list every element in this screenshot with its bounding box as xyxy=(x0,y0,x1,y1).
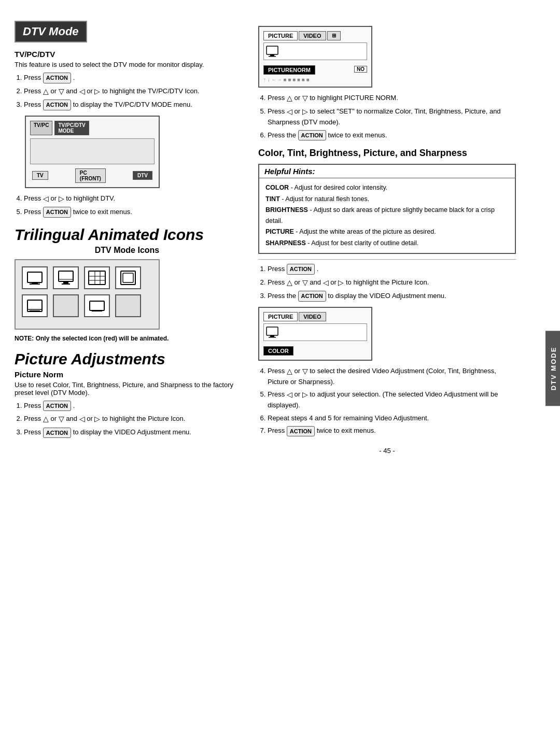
picture-norm-intro: Use to reset Color, Tint, Brightness, Pi… xyxy=(15,381,240,396)
picture-norm-item: PICTURENORM xyxy=(263,65,315,75)
tvpcdtv-tab: TV/PC/DTVMODE xyxy=(54,121,89,135)
color-text: - Adjust for desired color intensity. xyxy=(291,184,388,191)
left-pn2: ◁ xyxy=(79,414,85,424)
pn-step-2: Press △ or ▽ and ◁ or ▷ to highlight the… xyxy=(24,414,240,424)
color-tint-title: Color, Tint, Brightness, Picture, and Sh… xyxy=(258,148,516,159)
svg-rect-22 xyxy=(267,327,278,335)
svg-rect-5 xyxy=(62,284,70,285)
icon-tv xyxy=(22,266,48,289)
icon-square xyxy=(115,266,141,289)
icon-empty2 xyxy=(115,294,141,317)
down-pn4: ▽ xyxy=(302,93,308,104)
helpful-hints-box: Helpful Hints: COLOR - Adjust for desire… xyxy=(258,164,516,254)
right-pn5: ▷ xyxy=(302,106,308,117)
header-title: DTV Mode xyxy=(23,25,79,38)
down-arrow-icon: ▽ xyxy=(59,86,64,97)
left-column: DTV Mode TV/PC/DTV This feature is used … xyxy=(0,10,249,727)
dtv-item: DTV xyxy=(133,171,152,180)
vas-color-row: COLOR xyxy=(263,344,367,356)
pn-step-5: Press ◁ or ▷ to select "SET" to normaliz… xyxy=(268,106,516,127)
tint-label: TINT xyxy=(265,195,280,203)
tvpcdtv-steps: Press ACTION . Press △ or ▽ and ◁ or ▷ t… xyxy=(24,73,240,110)
tvpcdtv-steps-cont: Press ◁ or ▷ to highlight DTV. Press ACT… xyxy=(24,193,240,218)
hint-tint: TINT - Adjust for natural flesh tones. xyxy=(265,194,509,205)
right-pn2: ▷ xyxy=(94,414,100,424)
down-pn2: ▽ xyxy=(59,414,64,424)
tvpcdtv-screen: TV/PC TV/PC/DTVMODE TV PC(FRONT) DTV xyxy=(25,116,160,188)
ct-step-5: Press ◁ or ▷ to adjust your selection. (… xyxy=(268,389,516,410)
svg-rect-3 xyxy=(59,271,73,281)
sharpness-text: - Adjust for best clarity of outline det… xyxy=(307,239,418,247)
sharpness-label: SHARPNESS xyxy=(265,239,306,247)
ct-steps: Press ACTION . Press △ or ▽ and ◁ or ▷ t… xyxy=(268,264,516,302)
svg-rect-16 xyxy=(30,310,40,311)
step-2: Press △ or ▽ and ◁ or ▷ to highlight the… xyxy=(24,86,240,97)
svg-rect-21 xyxy=(269,56,276,57)
step-1: Press ACTION . xyxy=(24,73,240,83)
color-item: COLOR xyxy=(263,346,293,356)
svg-rect-7 xyxy=(89,271,105,285)
up-pn2: △ xyxy=(43,414,49,424)
right-column: PICTURE VIDEO ⊞ PICTURENORM NO ↑ ↓ ←→ ■ … xyxy=(249,10,542,727)
pns-extra-tab: ⊞ xyxy=(327,31,341,40)
svg-rect-4 xyxy=(63,281,68,284)
icon-empty xyxy=(53,294,79,317)
picture-label: PICTURE xyxy=(265,228,294,235)
trilingual-title: Trilingual Animated Icons xyxy=(15,226,240,244)
right-arrow-icon: ▷ xyxy=(94,86,100,97)
ct-step-2: Press △ or ▽ and ◁ or ▷ to highlight the… xyxy=(268,277,516,288)
hint-color: COLOR - Adjust for desired color intensi… xyxy=(265,182,509,193)
svg-rect-23 xyxy=(270,335,274,337)
action-btn-5: ACTION xyxy=(43,207,71,218)
ct-step-3: Press the ACTION to display the VIDEO Ad… xyxy=(268,291,516,302)
svg-rect-19 xyxy=(267,46,278,54)
dtv-icon-grid xyxy=(15,259,160,330)
action-btn-1: ACTION xyxy=(43,73,71,83)
pn-step-6: Press the ACTION twice to exit menus. xyxy=(268,130,516,141)
left-ct2: ◁ xyxy=(323,277,329,288)
action-btn-3: ACTION xyxy=(43,100,71,110)
screen-display xyxy=(30,138,155,164)
action-btn-pn1: ACTION xyxy=(43,401,71,412)
pn-step-4: Press △ or ▽ to highlight PICTURE NORM. xyxy=(268,93,516,104)
ct-steps-cont: Press △ or ▽ to select the desired Video… xyxy=(268,366,516,436)
icon-note: NOTE: Only the selected icon (red) will … xyxy=(15,335,240,342)
screen-bottom-row: TV PC(FRONT) DTV xyxy=(30,168,155,183)
icon-box xyxy=(22,294,48,317)
pns-tab-row: PICTURE VIDEO ⊞ xyxy=(263,31,367,40)
dtv-mode-icons-subtitle: DTV Mode Icons xyxy=(15,246,240,255)
ct-step-4: Press △ or ▽ to select the desired Video… xyxy=(268,366,516,387)
pn-steps-cont: Press △ or ▽ to highlight PICTURE NORM. … xyxy=(268,93,516,140)
svg-rect-13 xyxy=(123,273,133,282)
ct-step-1: Press ACTION . xyxy=(268,264,516,275)
picture-adj-title: Picture Adjustments xyxy=(15,350,240,368)
svg-rect-20 xyxy=(270,54,274,56)
video-adj-screen: PICTURE VIDEO COLOR xyxy=(258,307,372,361)
divider xyxy=(258,259,516,260)
tv-item: TV xyxy=(32,171,48,180)
no-badge: NO xyxy=(354,66,367,73)
pns-subtitle-text: ↑ ↓ ←→ ■ ■ ■ ■ ■ ■ xyxy=(263,77,367,82)
icon-monitor xyxy=(53,266,79,289)
picture-norm-title: Picture Norm xyxy=(15,370,240,379)
action-btn-ct7: ACTION xyxy=(287,426,315,437)
right-ct5: ▷ xyxy=(302,389,308,400)
pns-video-tab: VIDEO xyxy=(299,31,326,40)
svg-rect-18 xyxy=(92,310,102,311)
helpful-hints-body: COLOR - Adjust for desired color intensi… xyxy=(259,178,515,253)
ct-step-7: Press ACTION twice to exit menus. xyxy=(268,426,516,436)
down-ct2: ▽ xyxy=(302,277,308,288)
vas-screen-display xyxy=(263,323,367,341)
picture-text: - Adjust the white areas of the picture … xyxy=(296,228,436,235)
icon-row-1 xyxy=(22,266,152,289)
step-5: Press ACTION twice to exit menus. xyxy=(24,207,240,218)
tint-text: - Adjust for natural flesh tones. xyxy=(282,195,369,203)
ct-step-6: Repeat steps 4 and 5 for remaining Video… xyxy=(268,413,516,423)
helpful-hints-header: Helpful Hints: xyxy=(259,165,515,178)
pns-screen-display xyxy=(263,42,367,60)
vas-tab-row: PICTURE VIDEO xyxy=(263,312,367,321)
pns-picture-tab: PICTURE xyxy=(263,31,298,40)
dtv-mode-header: DTV Mode xyxy=(15,21,87,42)
icon-grid xyxy=(84,266,110,289)
pns-norm-row: PICTURENORM NO ↑ ↓ ←→ ■ ■ ■ ■ ■ ■ xyxy=(263,63,367,82)
